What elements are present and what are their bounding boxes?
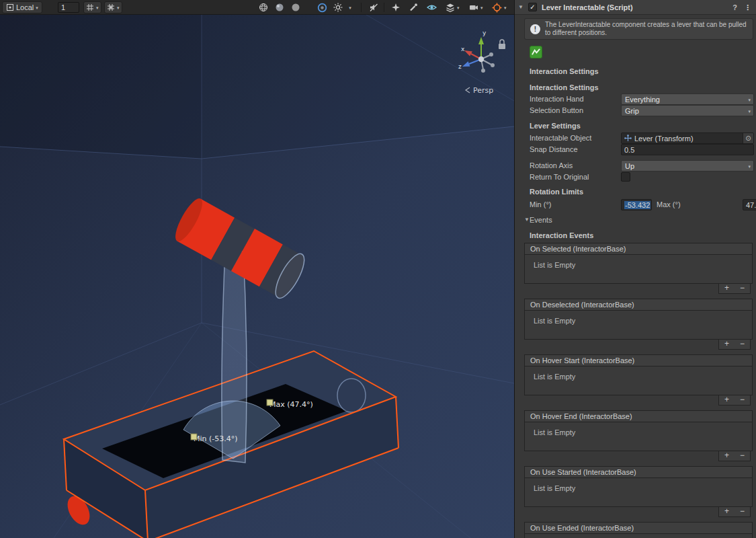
view-options-dropdown[interactable]: ▾	[345, 1, 355, 13]
effects-button[interactable]	[388, 1, 403, 13]
event-box-on-selected: On Selected (InteractorBase) List is Emp…	[524, 243, 753, 294]
shaded-sphere-button[interactable]	[272, 1, 287, 13]
object-picker-icon[interactable]: ⊙	[743, 133, 753, 143]
component-enabled-checkbox[interactable]: ✓	[528, 3, 537, 11]
ring-toggle-icon	[317, 3, 327, 13]
min-angle-label: Min (-53.4°)	[194, 434, 238, 443]
visibility-eye-icon	[427, 3, 437, 12]
foldout-open-icon[interactable]: ▼	[524, 217, 530, 223]
foldout-open-icon[interactable]: ▼	[518, 4, 523, 10]
event-empty-label: List is Empty	[524, 255, 753, 284]
orientation-label: Local	[16, 3, 34, 11]
grid-size-input[interactable]	[58, 2, 79, 13]
remove-event-button[interactable]: −	[734, 507, 750, 516]
snap-distance-label: Snap Distance	[530, 145, 578, 153]
row-rotation-axis: Rotation Axis Up ▾	[515, 160, 756, 172]
rotation-axis-label: Rotation Axis	[530, 161, 573, 169]
menu-icon[interactable]: ⋮	[744, 3, 751, 12]
event-empty-label: List is Empty	[524, 311, 753, 340]
remove-event-button[interactable]: −	[734, 451, 750, 461]
scene-canvas[interactable]: Max (47.4°) Min (-53.4°)	[0, 15, 514, 538]
chevron-down-icon: ▾	[504, 5, 507, 10]
add-event-button[interactable]: +	[719, 340, 734, 349]
grid-snap-button[interactable]: ▾	[83, 1, 101, 13]
chevron-down-icon: ▾	[349, 5, 351, 10]
gizmos-target-icon	[492, 3, 502, 13]
flat-circle-button[interactable]	[288, 1, 303, 13]
info-icon: !	[530, 24, 540, 34]
sun-icon	[333, 3, 343, 12]
component-header[interactable]: ▼ ✓ Lever Interactable (Script) ? ⋮	[515, 0, 756, 15]
wire-sphere-button[interactable]	[256, 1, 271, 13]
selection-button-label: Selection Button	[530, 106, 583, 114]
lever-graph-icon	[532, 48, 540, 56]
component-help-text: The LeverInteractable component creates …	[545, 21, 747, 37]
inspector-panel: ▼ ✓ Lever Interactable (Script) ? ⋮ ! Th…	[514, 0, 756, 538]
max-handle-icon[interactable]	[267, 399, 273, 406]
gizmos-dropdown[interactable]: ▾	[490, 1, 509, 13]
rotation-min-input[interactable]: -53.432	[621, 199, 652, 210]
visibility-button[interactable]	[424, 1, 439, 13]
events-foldout-label[interactable]: Events	[530, 216, 552, 224]
event-title: On Use Ended (InteractorBase)	[524, 522, 753, 534]
ring-toggle-button[interactable]	[314, 1, 329, 13]
snap-distance-input[interactable]: 0.5	[621, 144, 754, 155]
remove-event-button[interactable]: −	[734, 340, 750, 349]
scene-view[interactable]: Max (47.4°) Min (-53.4°)	[0, 15, 514, 538]
wire-sphere-icon	[259, 3, 268, 12]
chevron-down-icon: ▾	[457, 5, 460, 10]
interactable-object-label: Interactable Object	[530, 134, 591, 142]
event-empty-label: List is Empty	[524, 422, 753, 451]
row-return-to-original: Return To Original	[515, 171, 756, 184]
gizmo-center[interactable]	[478, 56, 484, 62]
camera-dropdown[interactable]: ▾	[467, 1, 485, 13]
chevron-down-icon: ▾	[480, 5, 483, 10]
event-empty-label: List is Empty	[524, 478, 753, 507]
transform-icon	[624, 134, 632, 142]
x-axis-label: x	[461, 46, 465, 52]
section-rotation-limits: Rotation Limits	[530, 188, 583, 196]
event-title: On Selected (InteractorBase)	[524, 243, 753, 255]
add-event-button[interactable]: +	[719, 284, 734, 293]
remove-event-button[interactable]: −	[734, 284, 750, 293]
lever-stem[interactable]	[222, 250, 247, 463]
event-title: On Deselected (InteractorBase)	[524, 299, 753, 311]
rotation-min-label: Min (°)	[530, 200, 552, 208]
interaction-hand-dropdown[interactable]: Everything ▾	[621, 93, 754, 105]
grid-settings-button[interactable]: ▾	[104, 1, 122, 13]
persp-label[interactable]: Persp	[473, 86, 493, 95]
audio-mute-icon	[369, 3, 378, 12]
interactable-object-field[interactable]: Lever (Transform) ⊙	[621, 132, 754, 144]
pivot-icon	[6, 3, 14, 11]
layers-icon	[446, 3, 455, 13]
selection-button-dropdown[interactable]: Grip ▾	[621, 105, 754, 116]
rotation-axis-dropdown[interactable]: Up ▾	[621, 160, 754, 171]
paint-icon	[409, 3, 418, 12]
grid-settings-icon	[107, 3, 115, 11]
help-icon[interactable]: ?	[732, 3, 737, 11]
rotation-max-input[interactable]: 47.432	[743, 199, 756, 210]
event-box-on-use-started: On Use Started (InteractorBase) List is …	[524, 466, 753, 517]
remove-event-button[interactable]: −	[734, 395, 750, 405]
chevron-down-icon: ▾	[748, 98, 751, 102]
audio-mute-button[interactable]	[366, 1, 381, 13]
left-wall	[0, 15, 202, 159]
lever-script-icon[interactable]	[530, 46, 542, 59]
paint-button[interactable]	[406, 1, 421, 13]
min-handle-icon[interactable]	[191, 434, 197, 440]
layers-dropdown[interactable]: ▾	[444, 1, 462, 13]
add-event-button[interactable]: +	[719, 451, 734, 461]
z-axis-label: z	[458, 63, 462, 70]
y-axis-label: y	[482, 30, 487, 36]
add-event-button[interactable]: +	[719, 395, 734, 405]
row-snap-distance: Snap Distance 0.5	[515, 144, 756, 156]
lighting-button[interactable]	[331, 1, 345, 13]
chevron-down-icon: ▾	[36, 5, 38, 10]
chevron-down-icon: ▾	[748, 164, 751, 169]
return-to-original-checkbox[interactable]	[621, 172, 630, 182]
row-interactable-object: Interactable Object Lever (Transform) ⊙	[515, 132, 756, 145]
event-title: On Hover End (InteractorBase)	[524, 410, 753, 422]
add-event-button[interactable]: +	[719, 507, 734, 516]
orientation-dropdown[interactable]: Local ▾	[2, 1, 42, 13]
return-to-original-label: Return To Original	[530, 173, 589, 181]
